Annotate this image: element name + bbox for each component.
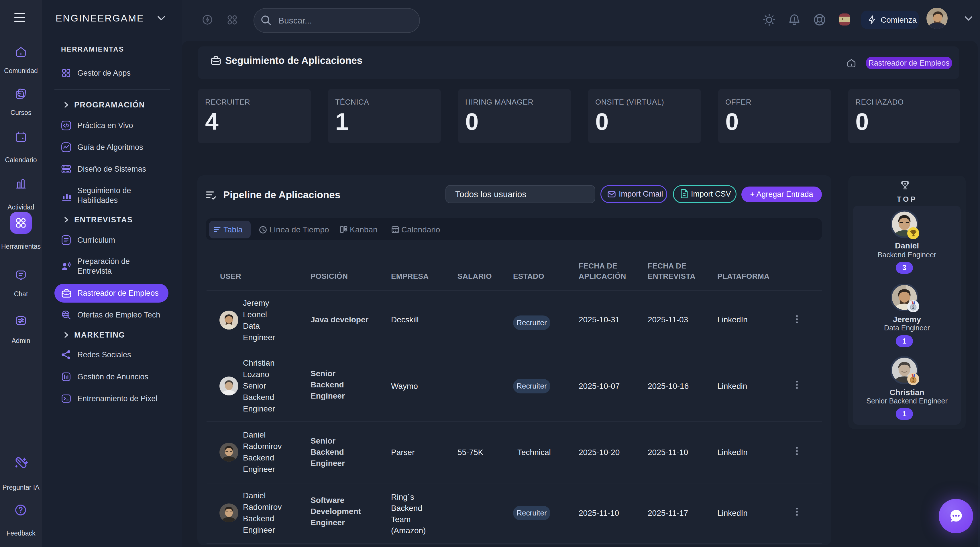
svg-text:2: 2 (912, 305, 915, 310)
svg-text:3: 3 (912, 378, 915, 383)
